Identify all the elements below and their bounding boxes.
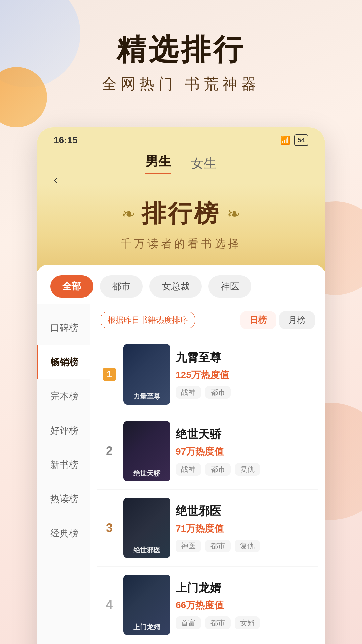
sidebar-item-koubeibang[interactable]: 口碑榜 [37,311,90,345]
category-filter: 全部 都市 女总裁 神医 [37,265,325,304]
rank-number-1: 1 [103,368,116,381]
tag-dushi-4: 都市 [205,616,231,629]
book-tags-4: 首富 都市 女婿 [176,616,315,629]
battery-badge: 54 [294,134,308,146]
book-title-2: 绝世天骄 [176,427,315,442]
content-area: 全部 都市 女总裁 神医 口碑榜 畅销榜 完本榜 好评榜 新书榜 热读榜 经典榜… [37,265,325,644]
sidebar-item-chanxiaobang[interactable]: 畅销榜 [37,345,90,379]
back-button[interactable]: ‹ [54,173,58,187]
phone-mockup: 16:15 📶 54 ‹ 男生 女生 ❧ 排行榜 ❧ 千万读者的看书选择 全部 … [37,127,325,644]
list-area: 根据昨日书籍热度排序 日榜 月榜 1 九霄至尊 125万热度值 [90,304,325,644]
book-heat-4: 66万热度值 [176,599,315,612]
book-heat-3: 71万热度值 [176,522,315,535]
wifi-icon: 📶 [280,136,290,145]
rank-badge-2: 2 [101,444,118,458]
filter-urban[interactable]: 都市 [100,275,143,298]
rank-badge-3: 3 [101,521,118,535]
banner-title-row: ❧ 排行榜 ❧ [37,198,325,230]
rank-badge-4: 4 [101,598,118,612]
main-title: 精选排行 [27,34,335,66]
tag-fuchou-2: 复仇 [235,463,260,476]
sort-info-row: 根据昨日书籍热度排序 日榜 月榜 [97,304,318,336]
book-cover-3 [123,498,170,558]
status-bar: 16:15 📶 54 [37,127,325,146]
sidebar-item-haopingbang[interactable]: 好评榜 [37,414,90,448]
tag-zhanshen-2: 战神 [176,463,201,476]
sidebar-item-wanbenbang[interactable]: 完本榜 [37,379,90,414]
banner-section: ❧ 排行榜 ❧ 千万读者的看书选择 [37,184,325,271]
rank-number-4: 4 [106,598,113,611]
main-layout: 口碑榜 畅销榜 完本榜 好评榜 新书榜 热读榜 经典榜 根据昨日书籍热度排序 日… [37,304,325,644]
book-item-3[interactable]: 3 绝世邪医 71万热度值 神医 都市 复仇 [97,490,318,567]
tag-zhanshen-1: 战神 [176,386,201,399]
tab-female[interactable]: 女生 [191,155,217,172]
leaf-right-icon: ❧ [227,204,240,223]
sidebar-item-dianjingbang[interactable]: 经典榜 [37,516,90,550]
book-info-1: 九霄至尊 125万热度值 战神 都市 [176,350,315,399]
banner-subtitle: 千万读者的看书选择 [37,236,325,251]
book-heat-1: 125万热度值 [176,369,315,381]
filter-doctor[interactable]: 神医 [208,275,251,298]
book-info-2: 绝世天骄 97万热度值 战神 都市 复仇 [176,427,315,476]
filter-ceo[interactable]: 女总裁 [149,275,202,298]
tag-fuchou-3: 复仇 [235,540,260,552]
book-tags-3: 神医 都市 复仇 [176,540,315,552]
rank-number-2: 2 [106,444,113,458]
sort-info-text: 根据昨日书籍热度排序 [101,312,195,328]
sidebar: 口碑榜 畅销榜 完本榜 好评榜 新书榜 热读榜 经典榜 [37,304,90,644]
tag-dushi-3: 都市 [205,540,231,552]
rank-number-3: 3 [106,521,113,535]
rank-badge-1: 1 [101,368,118,381]
sidebar-item-xinshubang[interactable]: 新书榜 [37,448,90,482]
book-item-1[interactable]: 1 九霄至尊 125万热度值 战神 都市 [97,336,318,413]
book-title-3: 绝世邪医 [176,503,315,519]
tag-shoufu-4: 首富 [176,616,201,629]
tag-dushi-1: 都市 [205,386,231,399]
book-tags-1: 战神 都市 [176,386,315,399]
tag-nüxu-4: 女婿 [235,616,260,629]
book-item-4[interactable]: 4 上门龙婿 66万热度值 首富 都市 女婿 [97,567,318,643]
sidebar-item-redubang[interactable]: 热读榜 [37,482,90,516]
book-cover-1 [123,344,170,405]
leaf-left-icon: ❧ [122,204,135,223]
book-cover-2 [123,421,170,481]
tab-daily[interactable]: 日榜 [240,311,276,329]
tab-monthly[interactable]: 月榜 [279,311,315,329]
filter-all[interactable]: 全部 [50,275,93,298]
book-item-2[interactable]: 2 绝世天骄 97万热度值 战神 都市 复仇 [97,413,318,490]
book-cover-4 [123,575,170,635]
banner-main-title: 排行榜 [142,198,220,230]
book-heat-2: 97万热度值 [176,445,315,458]
book-title-4: 上门龙婿 [176,580,315,596]
status-time: 16:15 [54,135,78,146]
book-info-4: 上门龙婿 66万热度值 首富 都市 女婿 [176,580,315,629]
nav-bar: ‹ 男生 女生 [37,146,325,184]
book-title-1: 九霄至尊 [176,350,315,365]
sub-title: 全网热门 书荒神器 [27,74,335,94]
tag-shenyi-3: 神医 [176,540,201,552]
book-tags-2: 战神 都市 复仇 [176,463,315,476]
book-info-3: 绝世邪医 71万热度值 神医 都市 复仇 [176,503,315,552]
header-section: 精选排行 全网热门 书荒神器 [0,0,362,114]
date-tabs: 日榜 月榜 [240,311,315,329]
tag-dushi-2: 都市 [205,463,231,476]
status-icons: 📶 54 [280,134,308,146]
tab-male[interactable]: 男生 [145,153,171,174]
